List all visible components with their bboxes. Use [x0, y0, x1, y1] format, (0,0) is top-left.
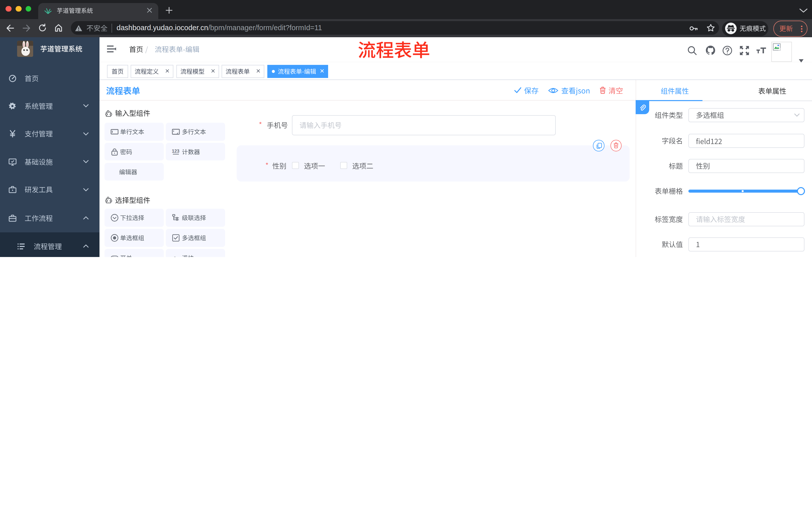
svg-text:123: 123: [172, 148, 179, 154]
